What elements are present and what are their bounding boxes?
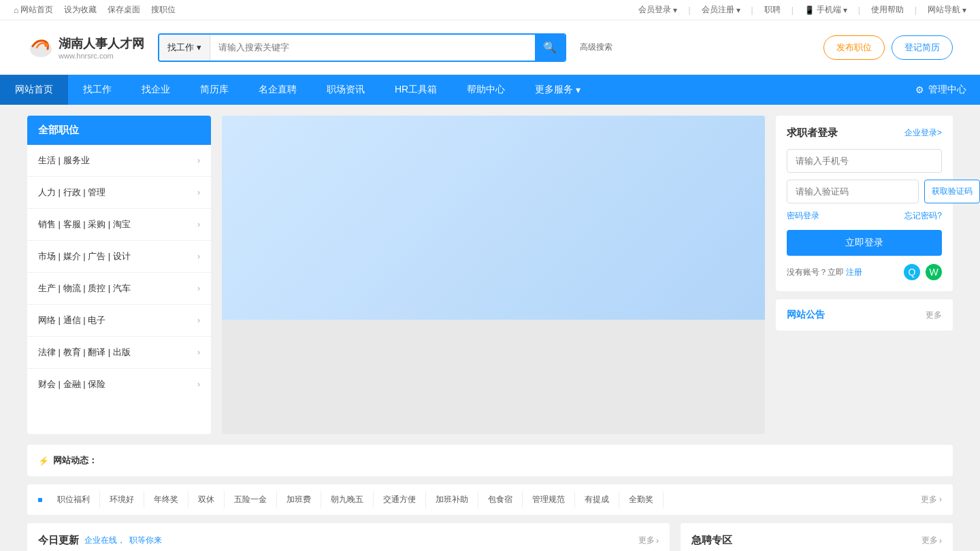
qq-login-icon[interactable]: Q <box>904 264 920 280</box>
logo-name: 湖南人事人才网 <box>59 35 144 52</box>
login-box: 求职者登录 企业登录> 获取验证码 密码登录 忘记密码? 立即登录 没有账号？立… <box>776 116 953 291</box>
phone-input[interactable] <box>787 149 942 173</box>
center-area <box>222 116 765 434</box>
nav-item-more[interactable]: 更多服务 ▾ <box>520 75 595 105</box>
nav-item-find-company[interactable]: 找企业 <box>127 75 185 105</box>
tag-transport[interactable]: 交通方便 <box>374 491 426 508</box>
search-input[interactable] <box>210 35 535 61</box>
search-area: 找工作 ▾ 🔍 <box>158 33 566 62</box>
advanced-search-link[interactable]: 高级搜索 <box>580 41 612 53</box>
tag-overtime[interactable]: 加班费 <box>277 491 321 508</box>
announcement-title: 网站公告 <box>787 309 825 321</box>
nav-admin-link[interactable]: ⚙ 管理中心 <box>915 84 966 96</box>
topbar-favorite[interactable]: 设为收藏 <box>64 4 97 16</box>
left-menu-item-sales[interactable]: 销售 | 客服 | 采购 | 淘宝 › <box>27 209 211 241</box>
tag-bonus[interactable]: 年终奖 <box>144 491 189 508</box>
left-menu-item-market[interactable]: 市场 | 媒介 | 广告 | 设计 › <box>27 241 211 273</box>
tags-bar: 职位福利 环境好 年终奖 双休 五险一金 加班费 朝九晚五 交通方便 加班补助 … <box>27 484 953 515</box>
home-icon: ⌂ <box>14 5 18 15</box>
urgent-header: 急聘专区 更多 › <box>691 534 942 547</box>
tag-hours[interactable]: 朝九晚五 <box>321 491 374 508</box>
dropdown-icon: ▾ <box>843 5 847 15</box>
updates-subtitle2[interactable]: 职等你来 <box>129 535 162 546</box>
nav-item-direct-hire[interactable]: 名企直聘 <box>244 75 312 105</box>
register-resume-button[interactable]: 登记简历 <box>892 35 953 60</box>
logo-url: www.hnrsrc.com <box>59 52 144 60</box>
left-menu-item-finance[interactable]: 财会 | 金融 | 保险 › <box>27 369 211 400</box>
chevron-right-icon: › <box>197 348 200 357</box>
forgot-password-link[interactable]: 忘记密码? <box>904 210 942 222</box>
banner-image <box>222 116 765 320</box>
nav-item-home[interactable]: 网站首页 <box>0 75 68 105</box>
urgent-box: 急聘专区 更多 › <box>681 523 953 551</box>
tag-commission[interactable]: 有提成 <box>575 491 619 508</box>
tag-weekends[interactable]: 双休 <box>189 491 225 508</box>
login-button[interactable]: 立即登录 <box>787 230 942 256</box>
urgent-title: 急聘专区 <box>691 534 732 547</box>
register-link[interactable]: 注册 <box>846 267 862 277</box>
chevron-right-icon: › <box>197 284 200 293</box>
tag-insurance[interactable]: 五险一金 <box>225 491 277 508</box>
dropdown-icon: ▾ <box>673 5 677 15</box>
dropdown-icon: ▾ <box>962 5 966 15</box>
enterprise-login-link[interactable]: 企业登录> <box>904 127 942 139</box>
left-menu-item-hr[interactable]: 人力 | 行政 | 管理 › <box>27 177 211 209</box>
logo: 湖南人事人才网 www.hnrsrc.com <box>27 34 144 61</box>
nav-item-news[interactable]: 职场资讯 <box>312 75 380 105</box>
tags-more[interactable]: 更多 › <box>914 494 942 505</box>
chevron-right-icon: › <box>939 495 942 504</box>
top-bar: ⌂ 网站首页 设为收藏 保存桌面 搜职位 会员登录 ▾ | 会员注册 ▾ | 职… <box>0 0 980 20</box>
right-panel: 求职者登录 企业登录> 获取验证码 密码登录 忘记密码? 立即登录 没有账号？立… <box>776 116 953 434</box>
updates-header: 今日更新 企业在线， 职等你来 更多 › <box>38 534 659 547</box>
updates-more[interactable]: 更多 › <box>638 535 659 546</box>
tag-welfare[interactable]: 职位福利 <box>48 491 100 508</box>
wechat-login-icon[interactable]: W <box>926 264 942 280</box>
chevron-right-icon: › <box>197 188 200 197</box>
search-type-selector[interactable]: 找工作 ▾ <box>159 35 210 61</box>
password-login-link[interactable]: 密码登录 <box>787 210 819 222</box>
chevron-right-icon: › <box>656 536 659 546</box>
topbar-home[interactable]: ⌂ 网站首页 <box>14 4 53 16</box>
nav-item-find-job[interactable]: 找工作 <box>68 75 127 105</box>
nav-item-hr-tools[interactable]: HR工具箱 <box>380 75 452 105</box>
lightning-icon: ⚡ <box>38 456 49 466</box>
topbar-search-jobs[interactable]: 搜职位 <box>151 4 176 16</box>
left-menu-item-network[interactable]: 网络 | 通信 | 电子 › <box>27 305 211 337</box>
left-menu: 全部职位 生活 | 服务业 › 人力 | 行政 | 管理 › 销售 | 客服 |… <box>27 116 211 434</box>
get-verify-button[interactable]: 获取验证码 <box>924 180 980 203</box>
topbar-member-register[interactable]: 会员注册 ▾ <box>702 4 740 16</box>
topbar-mobile[interactable]: 📱 手机端 ▾ <box>804 4 847 16</box>
topbar-member-login[interactable]: 会员登录 ▾ <box>638 4 677 16</box>
tag-env[interactable]: 环境好 <box>100 491 144 508</box>
tag-attendance[interactable]: 全勤奖 <box>619 491 664 508</box>
top-bar-left: ⌂ 网站首页 设为收藏 保存桌面 搜职位 <box>14 4 638 16</box>
urgent-more[interactable]: 更多 › <box>921 535 942 546</box>
nav-item-help[interactable]: 帮助中心 <box>452 75 520 105</box>
tag-overtime-pay[interactable]: 加班补助 <box>426 491 478 508</box>
left-menu-header: 全部职位 <box>27 116 211 145</box>
main-content: 全部职位 生活 | 服务业 › 人力 | 行政 | 管理 › 销售 | 客服 |… <box>0 105 980 445</box>
tag-meals[interactable]: 包食宿 <box>478 491 523 508</box>
updates-subtitle1[interactable]: 企业在线， <box>84 535 125 546</box>
gear-icon: ⚙ <box>915 84 924 95</box>
topbar-site-nav[interactable]: 网站导航 ▾ <box>928 4 966 16</box>
nav: 网站首页 找工作 找企业 简历库 名企直聘 职场资讯 HR工具箱 帮助中心 更多… <box>0 75 980 105</box>
updates-subtitle: 企业在线， 职等你来 <box>84 535 162 546</box>
svg-point-1 <box>44 43 48 47</box>
topbar-help[interactable]: 使用帮助 <box>871 4 904 16</box>
topbar-desktop[interactable]: 保存桌面 <box>108 4 140 16</box>
announcement-box: 网站公告 更多 <box>776 299 953 331</box>
nav-items: 网站首页 找工作 找企业 简历库 名企直聘 职场资讯 HR工具箱 帮助中心 更多… <box>0 75 915 105</box>
post-job-button[interactable]: 发布职位 <box>823 35 885 60</box>
left-menu-item-production[interactable]: 生产 | 物流 | 质控 | 汽车 › <box>27 273 211 305</box>
announcement-more[interactable]: 更多 <box>926 310 942 321</box>
left-menu-item-life[interactable]: 生活 | 服务业 › <box>27 145 211 177</box>
search-button[interactable]: 🔍 <box>535 35 565 61</box>
topbar-zhipin[interactable]: 职聘 <box>764 4 781 16</box>
banner-area <box>222 116 765 434</box>
left-menu-item-law[interactable]: 法律 | 教育 | 翻译 | 出版 › <box>27 337 211 369</box>
nav-item-resume[interactable]: 简历库 <box>185 75 244 105</box>
verify-input[interactable] <box>787 180 919 203</box>
header: 湖南人事人才网 www.hnrsrc.com 找工作 ▾ 🔍 高级搜索 发布职位… <box>0 20 980 75</box>
tag-management[interactable]: 管理规范 <box>523 491 575 508</box>
